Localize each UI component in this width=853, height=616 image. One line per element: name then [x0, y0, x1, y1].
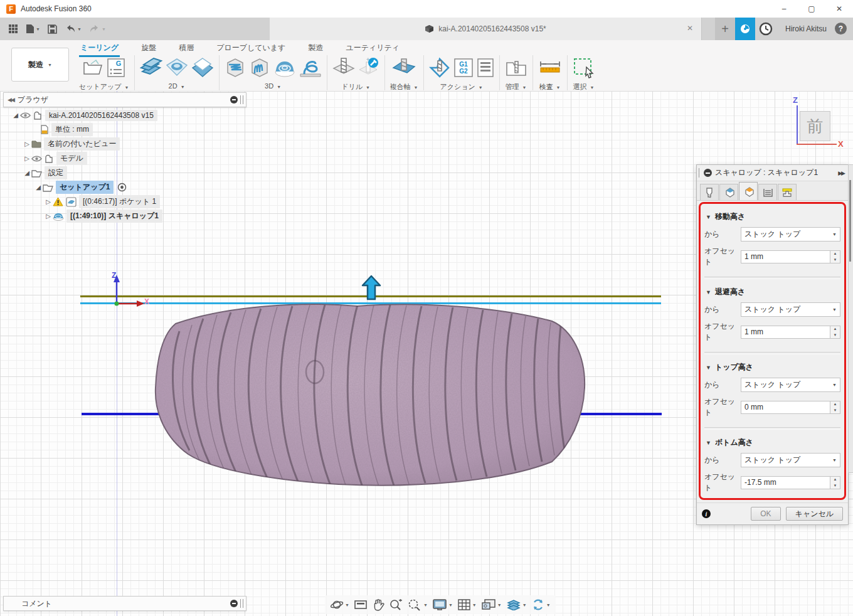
section-collapse-icon[interactable]: ▼ — [706, 214, 711, 220]
group-setup-label[interactable]: セットアップ ▼ — [79, 82, 129, 92]
group-2d-label[interactable]: 2D ▼ — [169, 82, 185, 90]
comment-bar[interactable]: コメント — [3, 596, 246, 611]
collapsed-triangle-icon[interactable]: ▷ — [23, 141, 31, 147]
tool-library-icon[interactable] — [505, 58, 527, 78]
3d-scallop-icon[interactable] — [273, 58, 296, 78]
panel-resize-handle[interactable] — [240, 599, 243, 608]
file-menu-button[interactable]: ▼ — [24, 21, 42, 37]
zoom-window-icon[interactable]: ▼ — [406, 597, 429, 612]
tree-label-selected[interactable]: セットアップ1 — [56, 181, 114, 194]
history-clock-button[interactable] — [759, 22, 773, 36]
group-drill-label[interactable]: ドリル ▼ — [341, 82, 370, 92]
maximize-button[interactable]: ▢ — [798, 0, 825, 18]
collapsed-triangle-icon[interactable]: ▷ — [44, 213, 53, 220]
minimize-button[interactable]: – — [770, 0, 798, 18]
offset-stepper[interactable]: ▲▼ — [830, 250, 840, 263]
dialog-header[interactable]: スキャロップ : スキャロップ1 ▶▶ — [697, 165, 848, 181]
viewcube[interactable]: 前 — [800, 111, 830, 141]
panel-resize-handle[interactable] — [240, 95, 243, 104]
group-3d-label[interactable]: 3D ▼ — [265, 82, 281, 90]
pan-icon[interactable] — [371, 597, 386, 612]
look-at-icon[interactable] — [352, 598, 369, 612]
offset-stepper[interactable]: ▲▼ — [830, 326, 840, 339]
section-collapse-icon[interactable]: ▼ — [706, 364, 711, 371]
tree-label[interactable]: 単位 : mm — [51, 123, 93, 136]
2d-face-icon[interactable] — [191, 58, 214, 78]
from-select[interactable]: ストック トップ▼ — [741, 302, 840, 317]
job-status-button[interactable] — [735, 18, 755, 40]
tree-row-setup1[interactable]: ◢ セットアップ1 — [5, 180, 162, 194]
redo-button[interactable]: ▼ — [87, 21, 108, 37]
tree-label[interactable]: 設定 — [45, 166, 67, 179]
ok-button[interactable]: OK — [751, 507, 780, 521]
cancel-button[interactable]: キャンセル — [786, 507, 843, 521]
active-setup-radio-icon[interactable] — [117, 183, 127, 192]
section-collapse-icon[interactable]: ▼ — [706, 440, 711, 446]
tree-label[interactable]: モデル — [56, 152, 87, 165]
display-settings-icon[interactable]: ▼ — [431, 597, 454, 612]
close-button[interactable]: ✕ — [825, 0, 853, 18]
tree-label[interactable]: kai-A.20140205162443508 v15 — [45, 110, 157, 121]
group-multiaxis-label[interactable]: 複合軸 ▼ — [390, 82, 418, 92]
from-select[interactable]: ストック トップ▼ — [741, 453, 840, 467]
offset-input[interactable]: 1 mm — [741, 250, 830, 263]
setup-sheet-icon[interactable] — [477, 58, 494, 78]
simulate-icon[interactable] — [429, 57, 450, 78]
offset-stepper[interactable]: ▲▼ — [830, 476, 840, 489]
group-inspect-label[interactable]: 検査 ▼ — [539, 82, 561, 92]
2d-pocket-icon[interactable] — [166, 58, 188, 78]
orbit-icon[interactable]: ▼ — [329, 597, 351, 612]
panel-options-icon[interactable] — [230, 600, 238, 607]
tree-row-named-views[interactable]: ▷ 名前の付いたビュー — [5, 137, 162, 151]
multiaxis-icon[interactable] — [392, 58, 416, 78]
scrollbar-thumb[interactable] — [849, 180, 851, 262]
group-action-label[interactable]: アクション ▼ — [440, 82, 482, 92]
section-collapse-icon[interactable]: ▼ — [706, 289, 711, 295]
document-tab[interactable]: kai-A.20140205162443508 v15* ✕ — [270, 18, 702, 40]
from-select[interactable]: ストック トップ▼ — [741, 227, 840, 242]
collapse-panel-icon[interactable]: ◀◀ — [8, 97, 14, 103]
collapsed-triangle-icon[interactable]: ▷ — [23, 155, 31, 162]
2d-adaptive-icon[interactable] — [140, 58, 162, 78]
from-select[interactable]: ストック トップ▼ — [741, 378, 840, 392]
zoom-icon[interactable] — [388, 597, 404, 612]
tree-row-units[interactable]: 単位 : mm — [5, 122, 162, 137]
collapsed-triangle-icon[interactable]: ▷ — [44, 198, 53, 205]
tree-row-pocket1[interactable]: ▷ [(0:46:17)] ポケット 1 — [5, 194, 162, 209]
expand-triangle-icon[interactable]: ◢ — [23, 169, 31, 176]
tree-row-settings[interactable]: ◢ 設定 — [5, 166, 162, 180]
3d-adaptive-icon[interactable] — [225, 57, 246, 78]
save-button[interactable] — [46, 21, 59, 37]
user-name[interactable]: Hiroki Akitsu — [785, 18, 827, 40]
new-setup-icon[interactable] — [82, 58, 103, 78]
dialog-expand-icon[interactable]: ▶▶ — [838, 170, 844, 176]
refresh-icon[interactable]: ▼ — [530, 597, 552, 612]
visibility-eye-icon[interactable] — [20, 112, 31, 119]
new-tab-button[interactable]: + — [715, 18, 735, 40]
expand-triangle-icon[interactable]: ◢ — [11, 112, 20, 119]
visibility-eye-icon[interactable] — [31, 155, 42, 162]
document-tab-close-icon[interactable]: ✕ — [685, 23, 695, 33]
passes-tab-icon[interactable] — [758, 184, 777, 200]
dialog-drag-grip[interactable] — [699, 168, 701, 178]
measure-icon[interactable] — [538, 59, 562, 77]
undo-button[interactable]: ▼ — [63, 21, 83, 37]
tree-label[interactable]: 名前の付いたビュー — [44, 137, 120, 151]
group-select-label[interactable]: 選択 ▼ — [573, 82, 595, 92]
expand-triangle-icon[interactable]: ◢ — [34, 184, 43, 191]
dialog-options-icon[interactable] — [704, 169, 712, 177]
group-manage-label[interactable]: 管理 ▼ — [506, 82, 527, 92]
select-icon[interactable] — [573, 57, 595, 78]
3d-contour-icon[interactable] — [249, 57, 270, 78]
visual-style-icon[interactable]: ▼ — [505, 598, 528, 612]
workspace-selector[interactable]: 製造▼ — [11, 48, 69, 82]
panel-options-icon[interactable] — [230, 96, 238, 104]
gcode-setup-icon[interactable]: G — [107, 58, 125, 78]
offset-input[interactable]: -17.5 mm — [741, 476, 830, 489]
tree-row-root[interactable]: ◢ kai-A.20140205162443508 v15 — [5, 108, 162, 122]
height-arrow-manipulator[interactable] — [361, 275, 381, 301]
tree-row-model[interactable]: ▷ モデル — [5, 151, 162, 166]
grid-settings-icon[interactable]: ▼ — [456, 597, 478, 612]
geometry-tab-icon[interactable] — [719, 184, 738, 200]
offset-input[interactable]: 1 mm — [741, 326, 830, 339]
